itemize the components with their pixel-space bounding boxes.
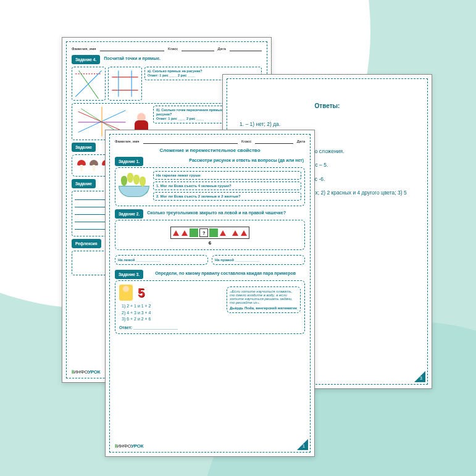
svg-line-2: [79, 70, 99, 99]
quote-text: «Если хотите научиться плавать, то смело…: [230, 290, 293, 304]
task-2-label: Задание 2.: [115, 209, 143, 219]
label-name: Фамилия, имя: [72, 47, 96, 51]
task-1-questions: На тарелке лежат груши 1. Мог ли Вова съ…: [153, 171, 301, 203]
pear-icon: [140, 177, 146, 186]
question-square-icon: ?: [199, 228, 208, 237]
task-1-label: Задание 1.: [115, 157, 143, 166]
balance-scale-icon: ?: [170, 227, 249, 239]
quote-author: Дьёрдь Пойа, венгерский математик: [230, 306, 298, 310]
svg-line-1: [75, 70, 101, 96]
task-2-header: Задание 2. Сколько треугольников закрыто…: [115, 209, 305, 219]
plate-caption: На тарелке лежат груши: [153, 171, 301, 180]
task-4-header: Задание 4. Посчитай точки и прямые.: [72, 55, 262, 64]
blank: [230, 47, 262, 51]
label-date: Дата: [218, 47, 226, 51]
lines-icon: [72, 67, 105, 100]
q-text: а). Сколько прямых на рисунке?: [148, 69, 259, 73]
worksheet-title: Сложение и переместительное свойство: [115, 148, 305, 153]
blank: [255, 140, 293, 144]
green-square-icon: [190, 228, 198, 237]
bowl-icon: [119, 186, 149, 197]
answer-fields-row: На левой ____________ На правой ________…: [115, 253, 305, 267]
triangle-icon: [241, 230, 247, 236]
answers-title: Ответы:: [232, 102, 422, 109]
label-date: Дата: [297, 140, 305, 144]
triangle-icon: [232, 230, 238, 236]
triangle-icon: [220, 230, 226, 236]
logo-part2: УРОК: [131, 443, 143, 449]
triangle-icon: [182, 230, 188, 236]
label-class: Класс: [168, 47, 178, 51]
worksheet-page-1: Фамилия, имя Класс Дата Сложение и перем…: [105, 130, 315, 457]
logo-part1: ИНФО: [117, 443, 131, 449]
task-4-text: Посчитай точки и прямые.: [102, 55, 262, 64]
page-number: 3: [414, 371, 425, 382]
task-1-header: Задание 1. Рассмотри рисунок и ответь на…: [115, 157, 305, 166]
quote-box: «Если хотите научиться плавать, то смело…: [227, 286, 301, 313]
lines-icon: [109, 67, 141, 100]
answer-line: Ответ: ____________________: [119, 325, 301, 330]
right-answer-field: На правой ____________: [212, 255, 305, 265]
pear-icon: [133, 175, 140, 185]
pears-bowl-icon: [119, 171, 149, 197]
header-line: Фамилия, имя Класс Дата: [72, 47, 262, 51]
pear-icon: [121, 176, 127, 186]
task-3-header: Задание 3. Определи, по какому правилу с…: [115, 270, 305, 279]
logo-part1: ИНФО: [73, 369, 88, 375]
balance-number: 6: [119, 240, 301, 246]
blank: [182, 47, 214, 51]
page-number: 1: [297, 439, 308, 450]
reflex-label: Рефлексия: [72, 239, 101, 248]
kid-icon: [119, 285, 133, 301]
task-3-content: 5 1) 2 + 1 и 1 + 2 2) 4 + 3 и 3 + 4 3) 6…: [115, 280, 305, 334]
equation-3: 3) 6 + 2 и 2 + 6: [122, 316, 301, 323]
figure-1: [72, 67, 106, 101]
label-class: Класс: [241, 140, 251, 144]
pear-icon: [127, 173, 133, 183]
blank: [100, 47, 164, 51]
task-3-label: Задание 3.: [115, 270, 143, 279]
task-3-text: Определи, по какому правилу составлена к…: [146, 270, 305, 279]
triangle-icon: [173, 230, 179, 236]
logo-part2: УРОК: [88, 369, 100, 375]
task-2-text: Сколько треугольников закрыто на левой и…: [146, 209, 305, 219]
task-5-label: Задание: [72, 143, 96, 152]
logo-bars-icon: ⦀: [115, 443, 115, 449]
brand-logo: ⦀ИНФОУРОК: [72, 369, 100, 375]
header-line: Фамилия, имя Класс Дата: [115, 140, 305, 144]
brand-logo: ⦀ИНФОУРОК: [115, 443, 143, 449]
mushroom-icon: [77, 160, 86, 171]
question-2: 2. Мог ли Вова съесть 2 зеленые и 2 желт…: [153, 192, 301, 201]
blank: [143, 140, 238, 144]
label-name: Фамилия, имя: [115, 140, 140, 144]
page-border: Фамилия, имя Класс Дата Сложение и перем…: [109, 134, 311, 453]
green-square-icon: [209, 228, 218, 237]
task-1-content: На тарелке лежат груши 1. Мог ли Вова съ…: [115, 167, 305, 206]
question-1: 1. Мог ли Вова съесть 4 зеленые груши?: [153, 182, 301, 190]
canvas: { "brand": { "bars": "⦀", "part1": "ИНФО…: [0, 0, 476, 476]
answer-1: 1. – 1) нет; 2) да.: [240, 119, 415, 129]
left-answer-field: На левой ____________: [115, 255, 208, 265]
task-4-label: Задание 4.: [72, 55, 100, 64]
number-five-icon: 5: [138, 286, 144, 300]
balance-scale-box: ? 6: [115, 220, 305, 250]
logo-bars-icon: ⦀: [72, 369, 72, 375]
task-6-label: Задание: [72, 179, 96, 188]
mushroom-icon: [90, 160, 98, 171]
figure-2: [108, 67, 142, 101]
task-1-text: Рассмотри рисунок и ответь на вопросы (д…: [146, 157, 305, 166]
